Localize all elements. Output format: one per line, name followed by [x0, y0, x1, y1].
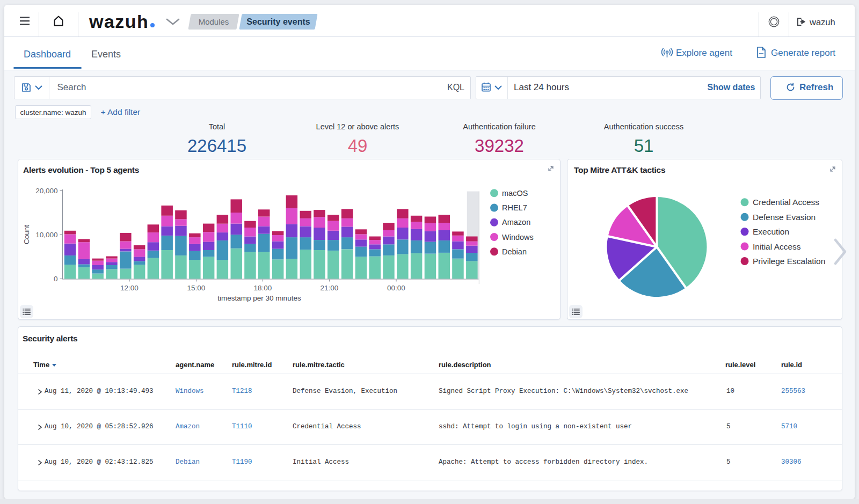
svg-text:0: 0 [54, 275, 58, 283]
svg-text:10,000: 10,000 [35, 231, 57, 239]
svg-text:12:00: 12:00 [120, 284, 139, 292]
svg-text:Initial Access: Initial Access [753, 242, 801, 251]
svg-text:18:00: 18:00 [254, 284, 272, 292]
svg-text:Execution: Execution [753, 227, 789, 236]
svg-text:20,000: 20,000 [35, 187, 57, 195]
svg-text:Debian: Debian [502, 247, 527, 256]
svg-text:macOS: macOS [502, 189, 528, 198]
svg-text:Defense Evasion: Defense Evasion [753, 213, 816, 222]
svg-text:Amazon: Amazon [502, 218, 530, 227]
svg-text:15:00: 15:00 [187, 284, 206, 292]
svg-text:Count: Count [23, 225, 31, 244]
svg-text:Windows: Windows [502, 233, 534, 242]
svg-text:timestamp per 30 minutes: timestamp per 30 minutes [217, 294, 301, 302]
svg-text:21:00: 21:00 [321, 284, 339, 292]
svg-text:00:00: 00:00 [387, 284, 405, 292]
svg-text:Privilege Escalation: Privilege Escalation [753, 257, 825, 266]
svg-text:RHEL7: RHEL7 [502, 203, 527, 212]
svg-text:Credential Access: Credential Access [753, 198, 819, 207]
